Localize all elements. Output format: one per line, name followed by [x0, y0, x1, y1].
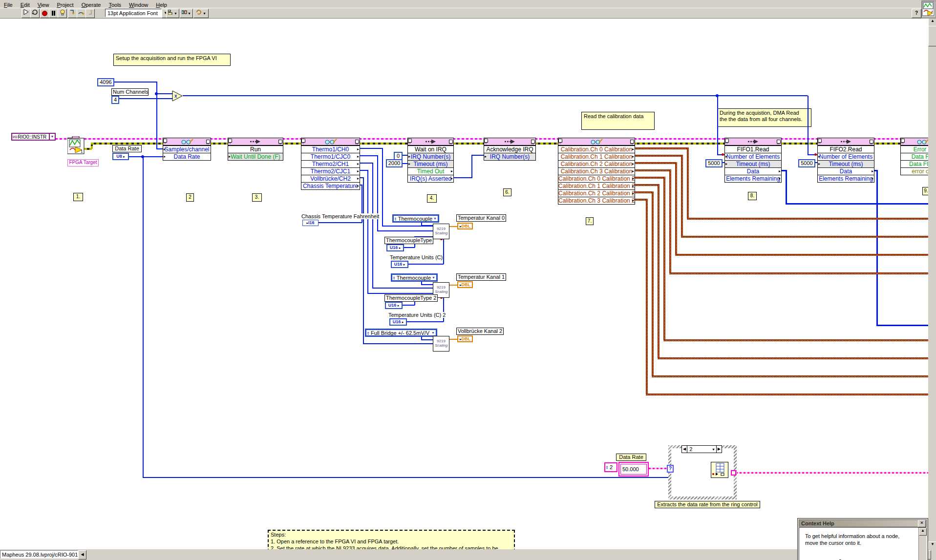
thermocouple-ring-1[interactable]: ▲▼Thermocouple▼ — [392, 214, 439, 223]
dropdown-arrow-icon[interactable]: ▼ — [49, 134, 55, 140]
case-selector[interactable]: ◀ 2 ▼ ▶ — [681, 445, 722, 453]
invoke-node-fifo1-read[interactable]: !?!?FIFO1.Read▸Number of Elements▸Timeou… — [724, 138, 782, 183]
align-objects-button[interactable]: ▼ — [166, 9, 179, 18]
node-row[interactable]: ▸Number of Elements — [818, 153, 874, 160]
node-row[interactable]: ▸IRQ Number(s) — [408, 153, 453, 160]
node-row[interactable]: ▸Wait Until Done (F) — [228, 153, 283, 160]
temp-units1-u16-terminal[interactable]: U16 ▸ — [391, 261, 408, 268]
menu-operate[interactable]: Operate — [78, 1, 105, 8]
visa-resource-constant[interactable]: I/O RIO0::INSTR ▼ — [11, 133, 56, 141]
node-row[interactable]: FIFO1.Read — [725, 145, 781, 153]
menu-file[interactable]: File — [0, 1, 17, 8]
node-row[interactable]: Calibration.Ch 3 Calibration 2▸ — [558, 197, 635, 204]
node-row[interactable]: Thermo1/CJC0▸ — [301, 153, 360, 160]
node-row[interactable]: Chassis Temperature▸ — [301, 182, 360, 189]
case-prev-icon[interactable]: ◀ — [682, 446, 687, 453]
data-rate-ring-control[interactable]: ▲▼2 — [604, 462, 617, 472]
context-help-titlebar[interactable]: Context Help — [799, 519, 927, 527]
node-row[interactable]: Data▸ — [818, 167, 874, 175]
node-row[interactable]: ▸Timeout (ms) — [725, 160, 781, 167]
invoke-node-acknowledge-irq[interactable]: !?!?Acknowledge IRQ▸IRQ Number(s) — [484, 138, 536, 161]
node-row[interactable]: Data▸ — [725, 167, 781, 175]
open-fpga-reference-icon[interactable]: 1 — [67, 136, 85, 155]
invoke-node-wait-on-irq[interactable]: !?!?Wait on IRQ▸IRQ Number(s)▸Timeout (m… — [407, 138, 454, 183]
node-row[interactable]: Acknowledge IRQ — [484, 145, 535, 153]
scaling-vi-3[interactable]: 9219Scaling — [433, 336, 449, 352]
menu-help[interactable]: Help — [152, 1, 171, 8]
scroll-left-icon[interactable]: ◀ — [78, 550, 86, 560]
step-out-button[interactable] — [85, 9, 95, 18]
case-next-icon[interactable]: ▶ — [716, 446, 722, 453]
data-rate-u8-terminal[interactable]: U8 ▸ — [112, 153, 129, 160]
highlight-execution-button[interactable] — [58, 9, 67, 18]
node-row[interactable]: Calibration.Ch 1 Calibration▸ — [558, 153, 635, 160]
context-help-button[interactable]: ? — [912, 9, 921, 18]
node-row[interactable]: ▸Samples/channel — [163, 145, 211, 153]
vertical-scrollbar-thumb[interactable] — [928, 26, 936, 46]
thermo-type2-u16-terminal[interactable]: U16 ▸ — [385, 302, 403, 309]
node-row[interactable]: Elements Remaining▸ — [818, 175, 874, 182]
index-array-icon[interactable] — [711, 462, 728, 478]
temp-units2-u16-terminal[interactable]: U16 ▸ — [389, 318, 407, 326]
fifo1-timeout-constant[interactable]: 5000 — [705, 159, 723, 167]
distribute-objects-button[interactable]: ▼ — [180, 9, 193, 18]
context-help-scrollbar[interactable]: ▲ — [918, 528, 926, 560]
project-target-button[interactable]: Mapheus 29.08.lvproj/cRIO-9014 — [0, 550, 78, 559]
data-rate-display[interactable]: 50.000 — [618, 462, 649, 477]
menu-project[interactable]: Project — [53, 1, 77, 8]
property-node-calibration[interactable]: !?!?Calibration.Ch 0 Calibration▸Calibra… — [558, 138, 635, 205]
font-selector[interactable]: 13pt Application Font — [105, 9, 162, 17]
thermocouple-ring-2[interactable]: ▲▼Thermocouple▼ — [391, 273, 438, 282]
node-row[interactable]: Calibration.Ch 3 Calibration▸ — [558, 167, 635, 175]
property-node-samples[interactable]: !?!?▸Samples/channel▸Data Rate — [163, 138, 211, 161]
property-node-channels[interactable]: !?!?Thermo1/CH0▸Thermo1/CJC0▸Thermo2/CH1… — [301, 138, 360, 190]
num-channels-constant[interactable]: 4 — [111, 96, 119, 104]
invoke-node-fifo2-read[interactable]: !?!?FIFO2.Read▸Number of Elements▸Timeou… — [817, 138, 874, 183]
node-row[interactable]: ▸Number of Elements — [725, 153, 781, 160]
menu-edit[interactable]: Edit — [17, 1, 34, 8]
node-row[interactable]: Calibration.Ch 2 Calibration 2▸ — [558, 189, 635, 197]
menu-tools[interactable]: Tools — [105, 1, 125, 8]
step-over-button[interactable] — [77, 9, 86, 18]
node-row[interactable]: Timed Out▸ — [408, 167, 453, 175]
voll-kanal2-dbl-terminal[interactable]: ▸DBL — [457, 335, 473, 342]
menu-window[interactable]: Window — [125, 1, 152, 8]
node-row[interactable]: Vollbrücke/CH2▸ — [301, 175, 360, 182]
node-row[interactable]: Calibration.Ch 0 Calibration▸ — [558, 145, 635, 153]
samples-total-constant[interactable]: 4096 — [97, 78, 114, 86]
node-row[interactable]: Calibration.Ch 0 Calibration 2▸ — [558, 175, 635, 182]
node-row[interactable]: ▸Timeout (ms) — [408, 160, 453, 167]
menu-view[interactable]: View — [34, 1, 53, 8]
pause-button[interactable] — [49, 9, 58, 18]
abort-button[interactable] — [40, 9, 49, 18]
node-row[interactable]: Calibration.Ch 1 Calibration 2▸ — [558, 182, 635, 189]
scaling-vi-1[interactable]: 9219Scaling — [433, 224, 449, 239]
node-row[interactable]: Thermo2/CJC1▸ — [301, 167, 360, 175]
fifo2-timeout-constant[interactable]: 5000 — [798, 159, 815, 167]
reorder-objects-button[interactable]: ▼ — [193, 9, 209, 18]
temp-kanal0-dbl-terminal[interactable]: ▸DBL — [457, 223, 473, 229]
node-row[interactable]: Run — [228, 145, 283, 153]
temp-kanal1-dbl-terminal[interactable]: ▸DBL — [457, 281, 473, 288]
thermo-type1-u16-terminal[interactable]: U16 ▸ — [386, 244, 404, 251]
node-row[interactable]: Thermo1/CH0▸ — [301, 145, 360, 153]
invoke-node-run[interactable]: !?!?Run▸Wait Until Done (F) — [228, 138, 283, 161]
node-row[interactable]: IRQ(s) Asserted▸ — [408, 175, 453, 182]
node-row[interactable]: ▸IRQ Number(s) — [484, 153, 535, 160]
close-icon[interactable]: ✕ — [918, 520, 926, 527]
node-row[interactable]: Calibration.Ch 2 Calibration▸ — [558, 160, 635, 167]
step-into-button[interactable] — [68, 9, 77, 18]
node-row[interactable]: FIFO2.Read — [818, 145, 874, 153]
run-continuous-button[interactable] — [30, 9, 40, 18]
case-dropdown-icon[interactable]: ▼ — [711, 448, 716, 451]
chassis-temp-i16-terminal[interactable]: ▸I16 — [302, 220, 319, 226]
node-row[interactable]: Elements Remaining▸ — [725, 175, 781, 182]
node-row[interactable]: ▸Data Rate — [163, 153, 211, 160]
vertical-scrollbar[interactable]: ▲ ▼ — [928, 18, 936, 549]
multiply-node[interactable]: x — [172, 90, 183, 104]
run-button[interactable] — [21, 9, 31, 18]
node-row[interactable]: Thermo2/CH1▸ — [301, 160, 360, 167]
node-row[interactable]: Wait on IRQ — [408, 145, 453, 153]
irq-timeout-constant[interactable]: 2000 — [386, 159, 403, 167]
full-bridge-ring[interactable]: ▲▼Full Bridge +/- 62.5mV/V▼ — [365, 329, 437, 337]
